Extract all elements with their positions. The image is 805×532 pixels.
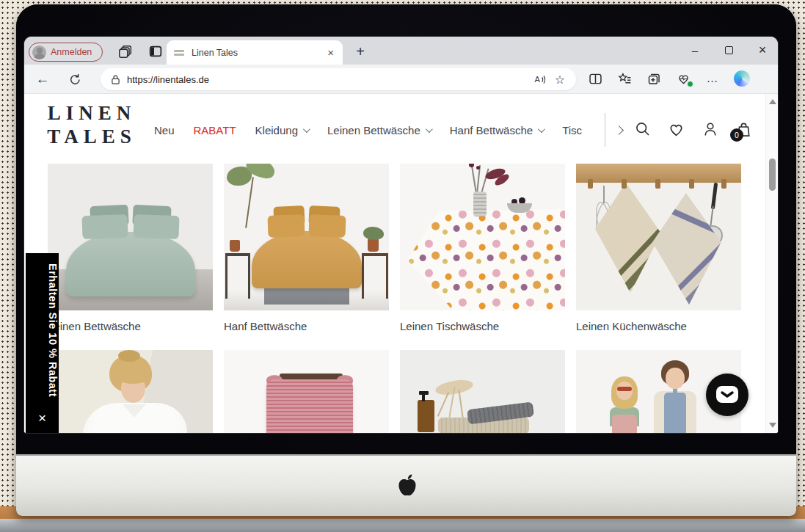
logo-line-1: LINEN [40,101,143,125]
favorites-button[interactable] [616,68,633,89]
category-image-bath [400,350,565,433]
scrollbar-thumb[interactable] [769,158,776,191]
side-table-shape [225,253,250,299]
tab-actions-button[interactable] [146,43,165,60]
new-tab-button[interactable]: + [350,41,371,62]
wishlist-button[interactable] [667,118,685,140]
header-icons: 0 [633,118,753,140]
desk-strip [0,519,805,532]
vertical-tabs-icon [147,43,164,59]
category-label: Leinen Küchenwäsche [576,320,741,332]
nav-item-leinen-bettwaesche[interactable]: Leinen Bettwäsche [327,124,431,136]
category-card-hanf-bettwaesche[interactable]: Hanf Bettwäsche [224,164,389,332]
favorites-star-icon [617,71,633,87]
account-button[interactable] [701,118,719,140]
address-bar[interactable]: https://linentales.de A ☆ [101,68,576,90]
category-card-leinen-bettwaesche[interactable]: Leinen Bettwäsche [48,164,213,332]
minimize-button[interactable]: – [680,37,710,63]
category-card-row2-1[interactable] [48,350,213,433]
chevron-down-icon [538,125,545,133]
refresh-button[interactable] [64,68,86,90]
browser-window: Anmelden Linen T [24,37,778,433]
vase-shape [473,192,487,216]
peg-shape [655,179,660,189]
nav-scroll-next-button[interactable] [611,120,627,139]
user-icon [702,120,719,138]
dried-grass-shape [458,390,463,418]
chat-widget-button[interactable] [706,374,748,416]
soap-pump-shape [419,391,429,395]
tablecloth-shape [407,209,565,310]
category-label: Leinen Tischwäsche [400,320,565,332]
whisk-shape [603,186,605,203]
main-nav: Neu RABATT Kleidung Leinen Bettwäsche Ha… [154,120,603,139]
monitor-chin [16,454,796,516]
workspaces-icon [117,43,134,59]
nav-item-hanf-bettwaesche[interactable]: Hanf Bettwäsche [450,124,543,136]
lock-icon [109,73,122,86]
category-card-row2-2[interactable] [224,350,389,433]
face-shape [666,368,685,389]
pillow-shape [266,379,353,433]
read-aloud-icon: A [533,73,547,87]
content-scrollbar[interactable] [765,94,778,433]
scroll-up-button[interactable] [769,99,776,104]
pillow-shape [81,214,128,239]
maximize-button[interactable] [713,37,744,63]
peg-shape [588,179,593,189]
category-card-leinen-tischwaesche[interactable]: Leinen Tischwäsche [400,164,565,332]
copilot-button[interactable] [733,68,751,89]
avatar-icon [32,45,46,59]
signin-button[interactable]: Anmelden [29,43,103,62]
skimmer-shape [711,183,718,209]
browser-toolbar: ← https://linentales.de A [24,65,778,94]
browser-tab[interactable]: Linen Tales × [167,40,343,65]
split-screen-button[interactable] [586,68,604,89]
nav-item-rabatt[interactable]: RABATT [194,124,236,136]
bookmark-button[interactable]: ☆ [550,69,570,90]
essentials-status-dot [687,81,693,87]
towel-shape-blue [651,193,727,305]
promo-banner[interactable]: Erhalten Sie 10 % Rabatt × [26,253,59,433]
browser-essentials-button[interactable] [674,68,692,89]
scroll-down-button[interactable] [769,423,776,428]
category-card-row2-3[interactable] [400,350,565,433]
read-aloud-button[interactable]: A [529,69,550,90]
collections-button[interactable] [645,68,663,89]
peg-shape [689,179,694,189]
peg-shape [721,179,726,189]
search-button[interactable] [633,118,652,140]
kid-apron-shape [612,415,637,433]
cart-button[interactable]: 0 [735,118,753,140]
tab-close-button[interactable]: × [326,46,335,59]
category-image-bedding-mustard [224,164,389,310]
soap-bottle-shape [418,400,434,432]
close-window-button[interactable]: × [747,37,778,63]
plant-shape [363,227,384,240]
svg-text:A: A [534,75,540,84]
pillow-shape [133,214,179,239]
site-content: LINEN TALES Neu RABATT Kleidung Leinen B… [24,94,778,433]
skimmer-shape [710,206,713,227]
pillow-shape [267,214,305,238]
category-image-pink-pillow [224,350,389,433]
plant-shape [245,177,254,228]
tab-strip: Anmelden Linen T [24,37,778,65]
nav-item-tischwaesche-truncated[interactable]: Tisc [562,124,582,136]
duvet-shape [252,231,362,288]
back-button[interactable]: ← [32,68,54,90]
more-menu-button[interactable]: … [704,68,721,89]
site-logo[interactable]: LINEN TALES [40,101,143,148]
nav-item-kleidung[interactable]: Kleidung [255,124,308,136]
nav-item-neu[interactable]: Neu [154,124,175,136]
category-card-leinen-kuechenwaesche[interactable]: Leinen Küchenwäsche [576,164,741,332]
cart-count-badge: 0 [730,128,743,142]
heart-icon [667,120,685,139]
imac-monitor: Anmelden Linen T [16,4,796,516]
workspaces-button[interactable] [116,43,135,60]
site-favicon [174,47,186,59]
logo-line-2: TALES [40,125,143,148]
search-icon [634,120,652,138]
category-label: Leinen Bettwäsche [48,320,213,332]
promo-close-button[interactable]: × [26,408,59,429]
